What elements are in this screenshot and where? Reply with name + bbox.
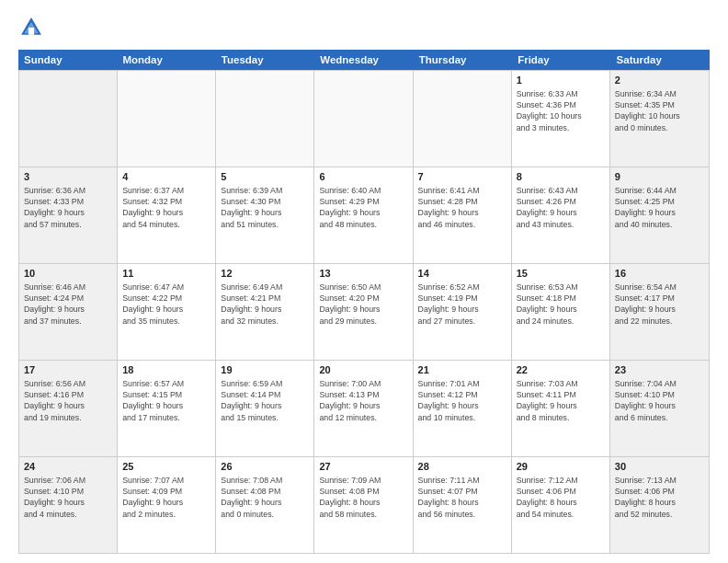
calendar-week-3: 10Sunrise: 6:46 AMSunset: 4:24 PMDayligh… [19, 263, 709, 360]
day-info: Sunrise: 6:44 AMSunset: 4:25 PMDaylight:… [615, 185, 704, 230]
day-number: 2 [615, 74, 704, 87]
day-number: 19 [221, 363, 309, 377]
day-info: Sunrise: 6:47 AMSunset: 4:22 PMDaylight:… [122, 282, 210, 327]
day-cell-2: 2Sunrise: 6:34 AMSunset: 4:35 PMDaylight… [610, 71, 709, 167]
day-cell-26: 26Sunrise: 7:08 AMSunset: 4:08 PMDayligh… [216, 457, 314, 553]
day-cell-7: 7Sunrise: 6:41 AMSunset: 4:28 PMDaylight… [414, 167, 512, 263]
day-info: Sunrise: 7:09 AMSunset: 4:08 PMDaylight:… [319, 475, 407, 520]
day-cell-10: 10Sunrise: 6:46 AMSunset: 4:24 PMDayligh… [19, 264, 118, 360]
day-cell-4: 4Sunrise: 6:37 AMSunset: 4:32 PMDaylight… [118, 167, 216, 263]
empty-cell [314, 71, 413, 167]
day-info: Sunrise: 6:56 AMSunset: 4:16 PMDaylight:… [24, 378, 112, 423]
day-info: Sunrise: 6:49 AMSunset: 4:21 PMDaylight:… [221, 282, 309, 327]
day-info: Sunrise: 7:12 AMSunset: 4:06 PMDaylight:… [517, 475, 605, 520]
day-number: 18 [122, 363, 210, 377]
day-cell-20: 20Sunrise: 7:00 AMSunset: 4:13 PMDayligh… [314, 361, 413, 456]
day-cell-24: 24Sunrise: 7:06 AMSunset: 4:10 PMDayligh… [19, 457, 118, 553]
day-info: Sunrise: 7:08 AMSunset: 4:08 PMDaylight:… [221, 475, 309, 520]
day-cell-30: 30Sunrise: 7:13 AMSunset: 4:06 PMDayligh… [610, 457, 709, 553]
day-cell-23: 23Sunrise: 7:04 AMSunset: 4:10 PMDayligh… [610, 361, 709, 456]
day-number: 20 [319, 363, 407, 377]
day-number: 4 [122, 170, 210, 184]
day-info: Sunrise: 6:59 AMSunset: 4:14 PMDaylight:… [221, 378, 309, 423]
day-number: 27 [319, 460, 407, 474]
day-cell-28: 28Sunrise: 7:11 AMSunset: 4:07 PMDayligh… [414, 457, 512, 553]
day-info: Sunrise: 7:06 AMSunset: 4:10 PMDaylight:… [24, 475, 112, 520]
day-number: 16 [615, 267, 704, 281]
day-info: Sunrise: 6:50 AMSunset: 4:20 PMDaylight:… [319, 282, 407, 327]
day-info: Sunrise: 6:53 AMSunset: 4:18 PMDaylight:… [517, 282, 605, 327]
header [18, 15, 710, 40]
day-number: 30 [615, 460, 704, 474]
day-info: Sunrise: 7:00 AMSunset: 4:13 PMDaylight:… [319, 378, 407, 423]
day-cell-5: 5Sunrise: 6:39 AMSunset: 4:30 PMDaylight… [216, 167, 314, 263]
calendar-week-2: 3Sunrise: 6:36 AMSunset: 4:33 PMDaylight… [19, 167, 709, 263]
day-cell-19: 19Sunrise: 6:59 AMSunset: 4:14 PMDayligh… [216, 361, 314, 456]
day-cell-17: 17Sunrise: 6:56 AMSunset: 4:16 PMDayligh… [19, 361, 118, 456]
day-number: 7 [418, 170, 506, 184]
logo-icon [18, 15, 44, 40]
day-info: Sunrise: 6:34 AMSunset: 4:35 PMDaylight:… [615, 88, 704, 133]
day-cell-13: 13Sunrise: 6:50 AMSunset: 4:20 PMDayligh… [314, 264, 413, 360]
day-info: Sunrise: 6:36 AMSunset: 4:33 PMDaylight:… [24, 185, 112, 230]
day-info: Sunrise: 7:13 AMSunset: 4:06 PMDaylight:… [615, 475, 704, 520]
day-number: 12 [221, 267, 309, 281]
day-cell-9: 9Sunrise: 6:44 AMSunset: 4:25 PMDaylight… [610, 167, 709, 263]
day-cell-29: 29Sunrise: 7:12 AMSunset: 4:06 PMDayligh… [512, 457, 610, 553]
calendar-body: 1Sunrise: 6:33 AMSunset: 4:36 PMDaylight… [18, 70, 710, 554]
day-info: Sunrise: 6:54 AMSunset: 4:17 PMDaylight:… [615, 282, 704, 327]
day-cell-6: 6Sunrise: 6:40 AMSunset: 4:29 PMDaylight… [314, 167, 413, 263]
day-info: Sunrise: 7:07 AMSunset: 4:09 PMDaylight:… [122, 475, 210, 520]
svg-rect-2 [28, 28, 34, 35]
weekday-header-sunday: Sunday [18, 50, 117, 70]
logo [18, 15, 48, 40]
day-number: 3 [24, 170, 112, 184]
day-number: 29 [517, 460, 605, 474]
day-info: Sunrise: 6:43 AMSunset: 4:26 PMDaylight:… [517, 185, 605, 230]
day-number: 21 [418, 363, 506, 377]
day-cell-25: 25Sunrise: 7:07 AMSunset: 4:09 PMDayligh… [118, 457, 216, 553]
day-cell-18: 18Sunrise: 6:57 AMSunset: 4:15 PMDayligh… [118, 361, 216, 456]
day-info: Sunrise: 6:41 AMSunset: 4:28 PMDaylight:… [418, 185, 506, 230]
calendar-header: SundayMondayTuesdayWednesdayThursdayFrid… [18, 50, 710, 70]
day-number: 10 [24, 267, 112, 281]
day-cell-11: 11Sunrise: 6:47 AMSunset: 4:22 PMDayligh… [118, 264, 216, 360]
day-number: 25 [122, 460, 210, 474]
day-info: Sunrise: 7:11 AMSunset: 4:07 PMDaylight:… [418, 475, 506, 520]
weekday-header-tuesday: Tuesday [216, 50, 314, 70]
day-info: Sunrise: 7:04 AMSunset: 4:10 PMDaylight:… [615, 378, 704, 423]
day-info: Sunrise: 6:39 AMSunset: 4:30 PMDaylight:… [221, 185, 309, 230]
day-cell-12: 12Sunrise: 6:49 AMSunset: 4:21 PMDayligh… [216, 264, 314, 360]
day-number: 17 [24, 363, 112, 377]
day-info: Sunrise: 6:46 AMSunset: 4:24 PMDaylight:… [24, 282, 112, 327]
day-info: Sunrise: 6:57 AMSunset: 4:15 PMDaylight:… [122, 378, 210, 423]
day-cell-8: 8Sunrise: 6:43 AMSunset: 4:26 PMDaylight… [512, 167, 610, 263]
day-cell-21: 21Sunrise: 7:01 AMSunset: 4:12 PMDayligh… [414, 361, 512, 456]
day-info: Sunrise: 6:52 AMSunset: 4:19 PMDaylight:… [418, 282, 506, 327]
day-info: Sunrise: 6:33 AMSunset: 4:36 PMDaylight:… [517, 88, 605, 133]
day-number: 13 [319, 267, 407, 281]
day-info: Sunrise: 7:01 AMSunset: 4:12 PMDaylight:… [418, 378, 506, 423]
day-number: 22 [517, 363, 605, 377]
day-number: 1 [517, 74, 605, 87]
day-number: 6 [319, 170, 407, 184]
weekday-header-friday: Friday [512, 50, 610, 70]
page: SundayMondayTuesdayWednesdayThursdayFrid… [0, 0, 728, 563]
calendar-week-1: 1Sunrise: 6:33 AMSunset: 4:36 PMDaylight… [19, 70, 709, 167]
calendar-week-4: 17Sunrise: 6:56 AMSunset: 4:16 PMDayligh… [19, 360, 709, 456]
day-cell-15: 15Sunrise: 6:53 AMSunset: 4:18 PMDayligh… [512, 264, 610, 360]
empty-cell [414, 71, 512, 167]
day-cell-27: 27Sunrise: 7:09 AMSunset: 4:08 PMDayligh… [314, 457, 413, 553]
empty-cell [216, 71, 314, 167]
day-cell-16: 16Sunrise: 6:54 AMSunset: 4:17 PMDayligh… [610, 264, 709, 360]
day-info: Sunrise: 7:03 AMSunset: 4:11 PMDaylight:… [517, 378, 605, 423]
weekday-header-monday: Monday [117, 50, 215, 70]
day-cell-14: 14Sunrise: 6:52 AMSunset: 4:19 PMDayligh… [414, 264, 512, 360]
day-number: 26 [221, 460, 309, 474]
day-number: 5 [221, 170, 309, 184]
day-number: 15 [517, 267, 605, 281]
day-number: 24 [24, 460, 112, 474]
day-cell-1: 1Sunrise: 6:33 AMSunset: 4:36 PMDaylight… [512, 71, 610, 167]
day-number: 14 [418, 267, 506, 281]
empty-cell [118, 71, 216, 167]
